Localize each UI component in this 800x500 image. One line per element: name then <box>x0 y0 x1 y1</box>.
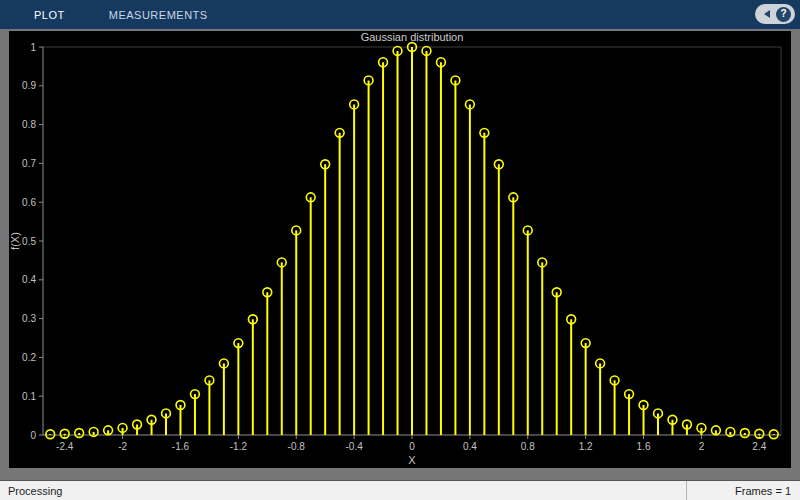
x-axis-label: X <box>408 454 416 466</box>
y-tick-label: 0.3 <box>22 313 36 324</box>
x-axis: -2.4-2-1.6-1.2-0.8-0.400.40.81.21.622.4 <box>56 435 767 452</box>
chart-title: Gaussian distribution <box>361 31 464 43</box>
y-tick-label: 0.8 <box>22 119 36 130</box>
x-tick-label: 0 <box>409 441 415 452</box>
y-tick-label: 0.7 <box>22 158 36 169</box>
y-tick-label: 1 <box>30 42 36 53</box>
x-tick-label: -0.8 <box>288 441 306 452</box>
stems <box>46 43 778 439</box>
x-tick-label: -0.4 <box>346 441 364 452</box>
plot-frame: -2.4-2-1.6-1.2-0.8-0.400.40.81.21.622.40… <box>0 29 800 480</box>
frames-counter: Frames = 1 <box>686 481 800 500</box>
status-message: Processing <box>0 481 686 500</box>
y-axis: 00.10.20.30.40.50.60.70.80.91 <box>22 42 43 441</box>
help-icon[interactable]: ? <box>776 7 791 22</box>
stem-chart: -2.4-2-1.6-1.2-0.8-0.400.40.81.21.622.40… <box>9 31 791 468</box>
y-tick-label: 0.6 <box>22 197 36 208</box>
x-tick-label: 0.4 <box>463 441 477 452</box>
collapse-toolstrip-icon[interactable] <box>764 10 770 18</box>
status-bar: Processing Frames = 1 <box>0 480 800 500</box>
y-tick-label: 0.2 <box>22 352 36 363</box>
y-tick-label: 0.5 <box>22 236 36 247</box>
x-tick-label: -1.2 <box>230 441 248 452</box>
x-tick-label: -2 <box>118 441 127 452</box>
x-tick-label: 2 <box>699 441 705 452</box>
x-tick-label: 2.4 <box>752 441 766 452</box>
y-tick-label: 0.9 <box>22 80 36 91</box>
x-tick-label: 1.2 <box>579 441 593 452</box>
y-tick-label: 0.1 <box>22 391 36 402</box>
plot-area: -2.4-2-1.6-1.2-0.8-0.400.40.81.21.622.40… <box>9 31 791 468</box>
x-tick-label: -2.4 <box>56 441 74 452</box>
toolstrip-corner-controls: ? <box>755 4 795 24</box>
y-tick-label: 0 <box>30 430 36 441</box>
scope-window: PLOT MEASUREMENTS ? -2.4-2-1.6-1.2-0.8-0… <box>0 0 800 500</box>
y-axis-label: f(X) <box>9 232 21 250</box>
tab-plot[interactable]: PLOT <box>20 0 79 29</box>
y-tick-label: 0.4 <box>22 274 36 285</box>
x-tick-label: -1.6 <box>172 441 190 452</box>
x-tick-label: 1.6 <box>637 441 651 452</box>
toolstrip-tab-bar: PLOT MEASUREMENTS ? <box>0 0 800 29</box>
tab-measurements[interactable]: MEASUREMENTS <box>95 0 222 29</box>
x-tick-label: 0.8 <box>521 441 535 452</box>
